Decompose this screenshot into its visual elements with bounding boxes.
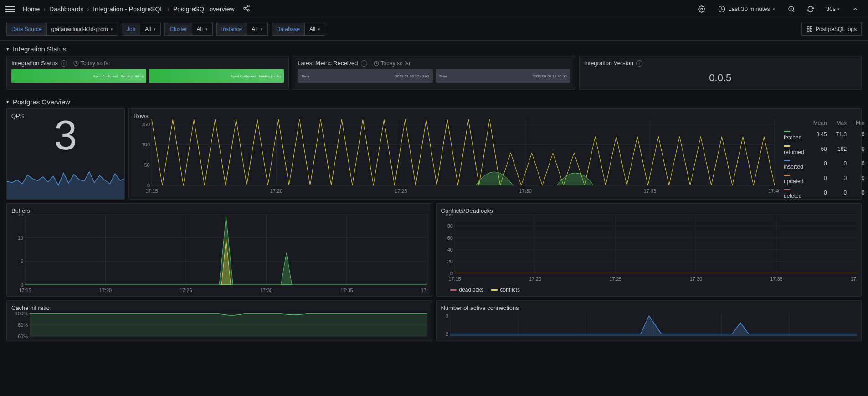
- svg-line-3: [245, 6, 247, 8]
- var-job[interactable]: All▾: [140, 23, 161, 36]
- breadcrumb-folder[interactable]: Integration - PostgreSQL: [93, 5, 164, 13]
- svg-text:0: 0: [450, 271, 452, 276]
- svg-text:100: 100: [444, 214, 452, 217]
- panel-rows: Rows 05010015017:1517:2017:2517:3017:351…: [128, 108, 862, 200]
- panel-title-label: QPS: [11, 113, 24, 119]
- svg-text:17:40: 17:40: [850, 276, 857, 282]
- time-range-button[interactable]: Last 30 minutes ▾: [714, 3, 780, 15]
- svg-text:17:15: 17:15: [145, 188, 158, 194]
- svg-text:17:20: 17:20: [99, 288, 112, 293]
- svg-line-8: [793, 10, 794, 12]
- svg-text:17:20: 17:20: [270, 188, 283, 194]
- chevron-right-icon: ›: [87, 5, 90, 13]
- clock-icon: [73, 61, 79, 66]
- variable-bar: Data Source grafanacloud-k3d-prom▾ Job A…: [0, 18, 868, 41]
- svg-line-4: [245, 9, 247, 10]
- svg-text:17:30: 17:30: [519, 188, 532, 194]
- qps-sparkline: [7, 167, 125, 199]
- panel-qps: QPS 3: [6, 108, 125, 200]
- chevron-right-icon: ›: [43, 5, 46, 13]
- breadcrumb: Home › Dashboards › Integration - Postgr…: [23, 5, 694, 13]
- svg-text:3: 3: [445, 313, 448, 319]
- panel-time-range: Today so far: [73, 60, 110, 67]
- svg-text:17:15: 17:15: [448, 276, 461, 282]
- svg-text:150: 150: [142, 122, 150, 127]
- clock-icon: [718, 5, 725, 13]
- panel-title-label: Integration Version: [584, 60, 633, 67]
- time-range-label: Last 30 minutes: [728, 5, 770, 12]
- conflicts-legend: deadlocksconflicts: [441, 287, 857, 293]
- svg-text:17:25: 17:25: [395, 188, 407, 194]
- svg-point-5: [701, 8, 703, 10]
- gear-icon[interactable]: [694, 2, 709, 16]
- var-database[interactable]: All▾: [304, 23, 325, 36]
- svg-text:2: 2: [445, 331, 448, 337]
- panel-title-label: Number of active connections: [441, 304, 519, 311]
- panel-integration-status: Integration Status i Today so far Agent …: [6, 56, 289, 90]
- breadcrumb-dashboards[interactable]: Dashboards: [49, 5, 84, 13]
- share-icon[interactable]: [243, 5, 250, 13]
- svg-text:0: 0: [147, 183, 150, 188]
- svg-text:17:35: 17:35: [770, 276, 783, 282]
- svg-text:100%: 100%: [15, 311, 28, 316]
- status-badge: Agent Configured - Sending Metrics: [11, 69, 146, 83]
- panel-cache: Cache hit ratio 60%80%100%: [6, 300, 432, 341]
- var-instance[interactable]: All▾: [247, 23, 267, 36]
- breadcrumb-home[interactable]: Home: [23, 5, 40, 13]
- var-label-job: Job: [122, 23, 140, 36]
- svg-point-2: [247, 10, 249, 11]
- panel-latest-metric: Latest Metric Received i Today so far Ti…: [293, 56, 575, 90]
- buffers-chart: 05101517:1517:2017:2517:3017:3517:40: [11, 214, 427, 294]
- chevron-down-icon: ▾: [205, 27, 208, 31]
- svg-text:17:15: 17:15: [19, 288, 31, 293]
- var-label-cluster: Cluster: [164, 23, 191, 36]
- svg-rect-13: [807, 30, 809, 31]
- metric-timestamp-box: Time 2023-08-03 17:40:00: [436, 69, 570, 83]
- svg-text:50: 50: [144, 162, 150, 168]
- chevron-down-icon: ▾: [6, 99, 9, 105]
- panel-connections: Number of active connections 23: [436, 300, 862, 341]
- conflicts-chart: 02040608010017:1517:2017:2517:3017:3517:…: [441, 214, 857, 283]
- panel-title-label: Integration Status: [11, 60, 58, 67]
- panel-title-label: Conflicts/Deadlocks: [441, 207, 493, 214]
- var-datasource[interactable]: grafanacloud-k3d-prom▾: [46, 23, 118, 36]
- var-label-database: Database: [272, 23, 304, 36]
- refresh-icon[interactable]: [803, 2, 818, 16]
- page-title: PostgreSQL overview: [173, 5, 235, 13]
- svg-text:100: 100: [142, 142, 150, 147]
- svg-text:80%: 80%: [18, 322, 28, 328]
- chevron-down-icon: ▾: [837, 7, 840, 11]
- svg-text:17:20: 17:20: [529, 276, 541, 282]
- var-label-instance: Instance: [216, 23, 247, 36]
- menu-icon[interactable]: [5, 6, 15, 12]
- info-icon[interactable]: i: [636, 60, 642, 67]
- panel-integration-version: Integration Version i 0.0.5: [579, 56, 862, 90]
- panel-time-range: Today so far: [374, 60, 411, 67]
- svg-text:5: 5: [21, 258, 23, 264]
- info-icon[interactable]: i: [61, 60, 67, 67]
- info-icon[interactable]: i: [361, 60, 367, 67]
- chevron-down-icon: ▾: [773, 7, 775, 11]
- status-badge: Agent Configured - Sending Metrics: [149, 69, 284, 83]
- metric-timestamp-box: Time 2023-08-03 17:40:00: [298, 69, 432, 83]
- chevron-down-icon: ▾: [111, 27, 113, 31]
- rows-chart: 05010015017:1517:2017:2517:3017:3517:40: [134, 119, 779, 195]
- refresh-interval-button[interactable]: 30s ▾: [822, 3, 843, 15]
- row-integration-status[interactable]: ▾ Integration Status: [0, 41, 868, 56]
- svg-text:80: 80: [447, 223, 452, 229]
- chevron-down-icon: ▾: [154, 27, 156, 31]
- svg-rect-10: [807, 27, 809, 29]
- refresh-interval-label: 30s: [826, 5, 836, 12]
- rows-legend: MeanMaxMinfetched3.4571.30returned601620…: [779, 114, 857, 195]
- chevron-down-icon: ▾: [261, 27, 263, 31]
- connections-chart: 23: [441, 311, 857, 339]
- panel-title-label: Buffers: [11, 207, 30, 214]
- grid-icon: [806, 26, 813, 32]
- postgresql-logs-link[interactable]: PostgreSQL logs: [801, 23, 862, 36]
- zoom-out-icon[interactable]: [784, 2, 799, 16]
- var-cluster[interactable]: All▾: [192, 23, 213, 36]
- collapse-icon[interactable]: [848, 2, 863, 16]
- svg-text:17:30: 17:30: [260, 288, 273, 293]
- svg-text:17:35: 17:35: [340, 288, 353, 293]
- row-postgres-overview[interactable]: ▾ Postgres Overview: [0, 93, 868, 108]
